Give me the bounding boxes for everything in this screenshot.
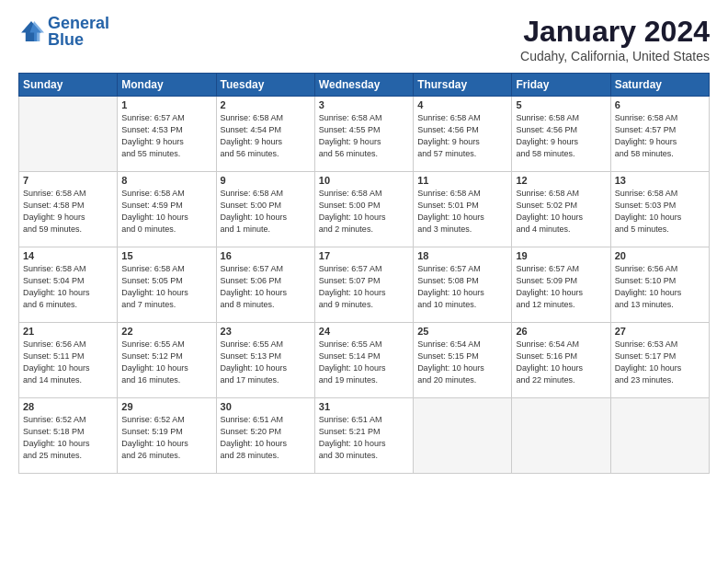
th-friday: Friday: [512, 74, 610, 97]
day-info: Sunrise: 6:56 AM Sunset: 5:11 PM Dayligh…: [23, 339, 113, 386]
day-number: 14: [23, 250, 113, 261]
location: Cudahy, California, United States: [520, 49, 710, 63]
day-number: 31: [319, 401, 409, 412]
day-info: Sunrise: 6:57 AM Sunset: 5:09 PM Dayligh…: [516, 263, 606, 311]
day-cell: [610, 398, 709, 474]
week-row-2: 14Sunrise: 6:58 AM Sunset: 5:04 PM Dayli…: [19, 247, 710, 323]
day-number: 8: [121, 175, 211, 186]
day-cell: 10Sunrise: 6:58 AM Sunset: 5:00 PM Dayli…: [314, 172, 413, 247]
day-number: 7: [23, 175, 113, 186]
day-cell: 21Sunrise: 6:56 AM Sunset: 5:11 PM Dayli…: [19, 323, 118, 398]
day-number: 26: [516, 326, 606, 337]
day-info: Sunrise: 6:51 AM Sunset: 5:20 PM Dayligh…: [221, 414, 311, 462]
day-info: Sunrise: 6:58 AM Sunset: 5:00 PM Dayligh…: [319, 188, 409, 236]
day-cell: 9Sunrise: 6:58 AM Sunset: 5:00 PM Daylig…: [216, 172, 314, 247]
day-number: 22: [121, 326, 211, 337]
day-cell: 26Sunrise: 6:54 AM Sunset: 5:16 PM Dayli…: [512, 323, 610, 398]
title-block: January 2024 Cudahy, California, United …: [520, 15, 710, 63]
day-cell: 19Sunrise: 6:57 AM Sunset: 5:09 PM Dayli…: [512, 247, 610, 323]
th-sunday: Sunday: [19, 74, 118, 97]
logo-blue: Blue: [48, 30, 84, 49]
day-info: Sunrise: 6:58 AM Sunset: 4:57 PM Dayligh…: [615, 112, 705, 160]
page: General Blue January 2024 Cudahy, Califo…: [0, 0, 728, 485]
calendar-table: Sunday Monday Tuesday Wednesday Thursday…: [18, 73, 710, 474]
day-cell: 14Sunrise: 6:58 AM Sunset: 5:04 PM Dayli…: [19, 247, 118, 323]
logo: General Blue: [18, 15, 109, 48]
day-info: Sunrise: 6:58 AM Sunset: 5:05 PM Dayligh…: [121, 263, 211, 311]
day-number: 20: [615, 250, 705, 261]
day-info: Sunrise: 6:53 AM Sunset: 5:17 PM Dayligh…: [615, 339, 705, 386]
day-info: Sunrise: 6:54 AM Sunset: 5:16 PM Dayligh…: [516, 339, 606, 386]
day-info: Sunrise: 6:58 AM Sunset: 4:55 PM Dayligh…: [319, 112, 409, 160]
day-info: Sunrise: 6:58 AM Sunset: 5:02 PM Dayligh…: [516, 188, 606, 236]
day-number: 24: [319, 326, 409, 337]
day-cell: 12Sunrise: 6:58 AM Sunset: 5:02 PM Dayli…: [512, 172, 610, 247]
day-cell: 18Sunrise: 6:57 AM Sunset: 5:08 PM Dayli…: [414, 247, 512, 323]
day-info: Sunrise: 6:57 AM Sunset: 4:53 PM Dayligh…: [121, 112, 211, 160]
day-cell: 5Sunrise: 6:58 AM Sunset: 4:56 PM Daylig…: [512, 97, 610, 172]
day-cell: 7Sunrise: 6:58 AM Sunset: 4:58 PM Daylig…: [19, 172, 118, 247]
day-number: 10: [319, 175, 409, 186]
day-info: Sunrise: 6:55 AM Sunset: 5:14 PM Dayligh…: [319, 339, 409, 386]
day-info: Sunrise: 6:58 AM Sunset: 5:00 PM Dayligh…: [221, 188, 311, 236]
day-number: 29: [121, 401, 211, 412]
day-number: 19: [516, 250, 606, 261]
day-number: 12: [516, 175, 606, 186]
day-number: 28: [23, 401, 113, 412]
day-number: 18: [417, 250, 507, 261]
day-info: Sunrise: 6:51 AM Sunset: 5:21 PM Dayligh…: [319, 414, 409, 462]
day-info: Sunrise: 6:58 AM Sunset: 4:56 PM Dayligh…: [516, 112, 606, 160]
day-cell: 20Sunrise: 6:56 AM Sunset: 5:10 PM Dayli…: [610, 247, 709, 323]
day-number: 21: [23, 326, 113, 337]
day-number: 15: [121, 250, 211, 261]
day-info: Sunrise: 6:52 AM Sunset: 5:18 PM Dayligh…: [23, 414, 113, 462]
day-number: 3: [319, 99, 409, 110]
day-cell: 2Sunrise: 6:58 AM Sunset: 4:54 PM Daylig…: [216, 97, 314, 172]
day-cell: [414, 398, 512, 474]
day-info: Sunrise: 6:58 AM Sunset: 5:04 PM Dayligh…: [23, 263, 113, 311]
day-number: 25: [417, 326, 507, 337]
day-cell: 16Sunrise: 6:57 AM Sunset: 5:06 PM Dayli…: [216, 247, 314, 323]
day-number: 17: [319, 250, 409, 261]
day-cell: 8Sunrise: 6:58 AM Sunset: 4:59 PM Daylig…: [118, 172, 216, 247]
day-number: 9: [221, 175, 311, 186]
day-cell: 24Sunrise: 6:55 AM Sunset: 5:14 PM Dayli…: [314, 323, 413, 398]
day-number: 2: [221, 99, 311, 110]
th-wednesday: Wednesday: [314, 74, 413, 97]
day-cell: 4Sunrise: 6:58 AM Sunset: 4:56 PM Daylig…: [414, 97, 512, 172]
day-number: 16: [221, 250, 311, 261]
day-info: Sunrise: 6:58 AM Sunset: 4:58 PM Dayligh…: [23, 188, 113, 236]
day-number: 5: [516, 99, 606, 110]
th-saturday: Saturday: [610, 74, 709, 97]
day-number: 30: [221, 401, 311, 412]
day-info: Sunrise: 6:54 AM Sunset: 5:15 PM Dayligh…: [417, 339, 507, 386]
day-cell: 3Sunrise: 6:58 AM Sunset: 4:55 PM Daylig…: [314, 97, 413, 172]
day-number: 23: [221, 326, 311, 337]
day-cell: [19, 97, 118, 172]
week-row-4: 28Sunrise: 6:52 AM Sunset: 5:18 PM Dayli…: [19, 398, 710, 474]
day-cell: 6Sunrise: 6:58 AM Sunset: 4:57 PM Daylig…: [610, 97, 709, 172]
day-cell: [512, 398, 610, 474]
day-info: Sunrise: 6:52 AM Sunset: 5:19 PM Dayligh…: [121, 414, 211, 462]
day-cell: 11Sunrise: 6:58 AM Sunset: 5:01 PM Dayli…: [414, 172, 512, 247]
week-row-1: 7Sunrise: 6:58 AM Sunset: 4:58 PM Daylig…: [19, 172, 710, 247]
day-cell: 27Sunrise: 6:53 AM Sunset: 5:17 PM Dayli…: [610, 323, 709, 398]
day-number: 27: [615, 326, 705, 337]
th-monday: Monday: [118, 74, 216, 97]
day-number: 13: [615, 175, 705, 186]
day-info: Sunrise: 6:58 AM Sunset: 4:54 PM Dayligh…: [221, 112, 311, 160]
day-number: 11: [417, 175, 507, 186]
logo-icon: [18, 18, 44, 44]
day-cell: 23Sunrise: 6:55 AM Sunset: 5:13 PM Dayli…: [216, 323, 314, 398]
day-number: 4: [417, 99, 507, 110]
logo-general: General: [48, 14, 109, 32]
day-cell: 31Sunrise: 6:51 AM Sunset: 5:21 PM Dayli…: [314, 398, 413, 474]
day-number: 1: [121, 99, 211, 110]
day-info: Sunrise: 6:58 AM Sunset: 5:01 PM Dayligh…: [417, 188, 507, 236]
day-cell: 17Sunrise: 6:57 AM Sunset: 5:07 PM Dayli…: [314, 247, 413, 323]
day-info: Sunrise: 6:56 AM Sunset: 5:10 PM Dayligh…: [615, 263, 705, 311]
day-cell: 28Sunrise: 6:52 AM Sunset: 5:18 PM Dayli…: [19, 398, 118, 474]
logo-text: General Blue: [48, 15, 109, 48]
header: General Blue January 2024 Cudahy, Califo…: [18, 15, 710, 63]
day-info: Sunrise: 6:57 AM Sunset: 5:07 PM Dayligh…: [319, 263, 409, 311]
